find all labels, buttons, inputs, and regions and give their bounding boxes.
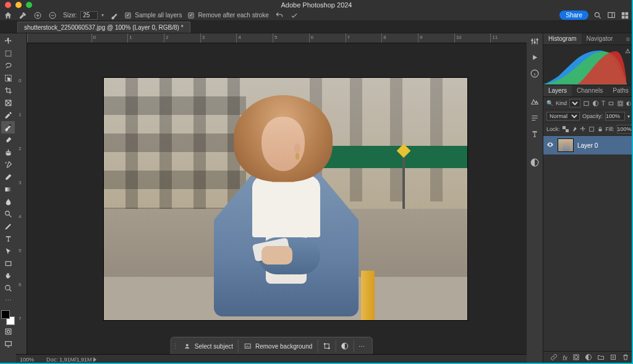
brush-settings-icon[interactable]	[110, 11, 119, 20]
foreground-color-swatch[interactable]	[1, 310, 10, 319]
brush-size-input[interactable]	[80, 11, 98, 20]
doc-info[interactable]: Doc: 1,91M/1,91M	[46, 357, 92, 363]
size-dropdown-icon[interactable]: ▾	[101, 12, 104, 18]
layer-fx-icon[interactable]: fx	[563, 355, 567, 362]
tool-clone-stamp[interactable]	[1, 146, 15, 158]
tool-remove[interactable]	[1, 121, 15, 133]
tool-gradient[interactable]	[1, 183, 15, 195]
tool-dodge[interactable]	[1, 208, 15, 220]
color-swatches[interactable]	[1, 310, 15, 325]
tool-zoom[interactable]	[1, 282, 15, 294]
tool-edit-toolbar[interactable]: ⋯	[1, 294, 15, 307]
tool-rectangle[interactable]	[1, 257, 15, 269]
blend-mode-select[interactable]: Normal	[546, 112, 580, 121]
commit-icon[interactable]	[290, 11, 299, 20]
ctxbar-transform-button[interactable]	[318, 340, 336, 352]
tool-type[interactable]	[1, 232, 15, 245]
remove-background-button[interactable]: Remove background	[239, 339, 318, 353]
document-tab[interactable]: shutterstock_2250060537.jpg @ 100% (Laye…	[17, 22, 190, 33]
layer-kind-select[interactable]	[569, 99, 580, 108]
filter-icon[interactable]: 🔍	[546, 99, 553, 107]
canvas-area[interactable]: 0 1 2 3 4 5 6 7 0 1 2 3 4 5 6 7 8 9 10 1…	[16, 33, 527, 364]
lock-nest-icon[interactable]	[588, 125, 595, 133]
ctxbar-more-button[interactable]: ⋯	[354, 341, 370, 352]
select-subject-button[interactable]: Select subject	[178, 339, 239, 353]
filter-smart-icon[interactable]	[617, 99, 624, 107]
filter-type-icon[interactable]: T	[601, 99, 605, 107]
layer-visibility-icon[interactable]	[546, 141, 554, 150]
tool-object-select[interactable]	[1, 72, 15, 84]
tool-pen[interactable]	[1, 220, 15, 232]
tool-history-brush[interactable]	[1, 158, 15, 171]
tool-eyedropper[interactable]	[1, 109, 15, 121]
tool-crop[interactable]	[1, 84, 15, 96]
lock-trans-icon[interactable]	[563, 125, 569, 133]
add-icon[interactable]	[33, 11, 42, 20]
window-close[interactable]	[5, 2, 11, 8]
tool-marquee[interactable]	[1, 47, 15, 59]
adjustment-layer-icon[interactable]	[585, 353, 592, 362]
sample-all-layers-checkbox[interactable]: ✓	[125, 12, 131, 19]
ctxbar-adjust-button[interactable]	[336, 340, 354, 352]
screenmode-icon[interactable]	[1, 337, 15, 350]
tool-blur[interactable]	[1, 195, 15, 208]
undo-icon[interactable]	[275, 11, 284, 20]
layer-thumbnail[interactable]	[558, 138, 574, 152]
fill-input[interactable]	[617, 125, 633, 133]
filter-shape-icon[interactable]	[608, 99, 614, 107]
tool-move[interactable]	[1, 35, 15, 47]
link-layers-icon[interactable]	[550, 353, 558, 362]
contrast-icon[interactable]	[530, 158, 539, 167]
layer-name[interactable]: Layer 0	[577, 142, 598, 149]
svg-point-39	[575, 356, 578, 359]
group-icon[interactable]	[597, 353, 605, 362]
info-icon[interactable]	[530, 69, 539, 78]
share-button[interactable]: Share	[559, 11, 588, 20]
paragraph-icon[interactable]	[530, 114, 539, 122]
lock-pos-icon[interactable]	[580, 125, 586, 133]
sliders-icon[interactable]	[530, 37, 539, 46]
lock-all-icon[interactable]	[597, 125, 603, 133]
arrange-icon[interactable]	[621, 11, 629, 20]
tab-navigator[interactable]: Navigator	[582, 33, 618, 44]
tool-frame[interactable]	[1, 96, 15, 109]
glyphs-icon[interactable]	[530, 130, 539, 138]
quickmask-icon[interactable]	[1, 325, 15, 337]
tool-lasso[interactable]	[1, 59, 15, 72]
tab-channels[interactable]: Channels	[572, 85, 608, 96]
home-icon[interactable]	[4, 11, 12, 20]
filter-pixel-icon[interactable]	[583, 99, 590, 107]
workspace-icon[interactable]	[607, 11, 616, 20]
remove-after-stroke-checkbox[interactable]: ✓	[188, 12, 194, 19]
window-zoom[interactable]	[26, 2, 32, 8]
contextual-taskbar[interactable]: ⋮ Select subject Remove background ⋯	[171, 337, 373, 355]
tab-paths[interactable]: Paths	[608, 85, 633, 96]
window-minimize[interactable]	[15, 2, 22, 8]
filter-adjust-icon[interactable]	[592, 99, 599, 107]
adjustments-icon[interactable]	[530, 98, 539, 106]
subtract-icon[interactable]	[48, 11, 57, 20]
svg-rect-34	[563, 126, 566, 129]
tab-layers[interactable]: Layers	[543, 85, 572, 96]
histogram-display[interactable]: ⚠	[543, 45, 633, 85]
tool-hand[interactable]	[1, 269, 15, 282]
search-icon[interactable]	[593, 11, 602, 20]
tool-path-select[interactable]	[1, 245, 15, 257]
tab-histogram[interactable]: Histogram	[543, 33, 582, 44]
tool-preset-icon[interactable]	[19, 11, 27, 20]
doc-info-dropdown-icon[interactable]	[93, 357, 96, 362]
tool-eraser[interactable]	[1, 171, 15, 183]
new-layer-icon[interactable]	[610, 353, 617, 362]
document-canvas[interactable]	[104, 78, 467, 320]
lock-paint-icon[interactable]	[571, 125, 577, 133]
ctxbar-handle-icon[interactable]: ⋮	[173, 342, 178, 350]
tool-brush[interactable]	[1, 133, 15, 146]
trash-icon[interactable]	[622, 353, 629, 362]
zoom-level[interactable]: 100%	[20, 357, 34, 363]
filter-toggle-icon[interactable]: ◐	[626, 99, 631, 107]
layer-mask-icon[interactable]	[572, 353, 580, 362]
opacity-dropdown-icon[interactable]: ▾	[627, 114, 630, 119]
opacity-input[interactable]	[605, 112, 625, 121]
layer-item-0[interactable]: Layer 0	[543, 136, 633, 154]
play-icon[interactable]	[530, 53, 539, 62]
